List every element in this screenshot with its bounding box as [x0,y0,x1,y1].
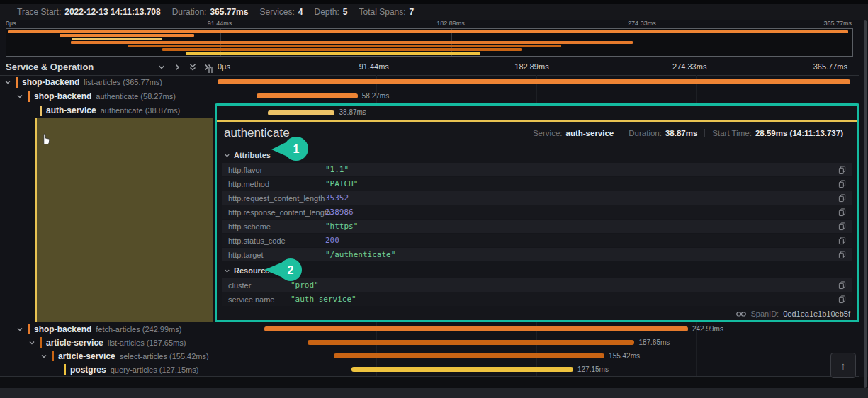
timeline-track: 187.65ms [216,336,854,349]
copy-icon[interactable] [838,237,846,245]
meta-value: 28.59ms (14:11:13.737) [755,129,843,137]
span-timeline-row[interactable]: 155.42ms [215,349,859,363]
stat-label: Trace Start: [17,7,61,17]
copy-icon[interactable] [838,295,846,304]
attribute-row[interactable]: http.response_content_length 238986 [222,205,852,219]
span-operation-label: list-articles (187.65ms) [108,339,186,347]
selected-span-highlight [35,118,213,322]
indent-guide [21,75,21,376]
minimap-span-bar[interactable] [162,48,522,51]
span-duration-label: 58.27ms [362,92,389,100]
minimap-span-bar[interactable] [60,34,194,37]
attribute-row[interactable]: http.flavor "1.1" [222,163,852,176]
span-duration-bar[interactable] [351,367,573,372]
attribute-row[interactable]: service.name "auth-service" [222,292,852,306]
span-timeline-row[interactable]: 127.15ms [215,363,859,376]
stat-value: 4 [298,7,303,17]
attribute-row[interactable]: http.method "PATCH" [222,177,852,191]
span-timeline-row[interactable]: 38.87ms [217,106,857,120]
attribute-key: http.method [228,180,325,188]
span-timeline-row[interactable]: 58.27ms [215,89,859,103]
column-resize-grip[interactable] [208,67,213,73]
annotation-callout-1: 1 [269,135,312,163]
chevron-down-icon[interactable] [28,339,35,346]
attribute-row[interactable]: cluster "prod" [222,278,852,292]
collapse-all-icon[interactable] [188,63,197,72]
span-timeline-row[interactable] [215,75,859,89]
chevron-down-icon[interactable] [16,326,23,333]
vertical-scrollbar[interactable] [864,20,867,388]
copy-icon[interactable] [838,180,846,188]
attribute-row[interactable]: http.request_content_length 35352 [222,191,852,205]
span-duration-label: 187.65ms [638,339,670,346]
trace-header-stat: Trace Start: 2022-12-13 14:11:13.708 [17,7,161,17]
span-service-name: shop-backend [22,77,79,87]
attribute-row[interactable]: http.scheme "https" [222,220,852,233]
expand-one-icon[interactable] [173,63,181,72]
time-tick-label: 182.89ms [436,20,465,27]
trace-viewer: Trace Start: 2022-12-13 14:11:13.708 Dur… [0,0,868,398]
stat-label: Total Spans: [359,7,406,17]
stat-label: Depth: [315,7,339,17]
copy-icon[interactable] [838,166,846,174]
minimap-ticks: 0μs91.44ms182.89ms274.33ms365.77ms [6,20,852,28]
minimap[interactable] [6,28,853,57]
span-timeline-row[interactable]: 242.99ms [215,322,859,336]
copy-icon[interactable] [838,222,846,231]
span-color-marker [28,324,30,334]
span-operation-label: fetch-articles (242.99ms) [96,325,181,334]
indent-guide [9,75,9,376]
detail-section: Attributes http.flavor "1.1" http.method… [222,149,852,261]
span-duration-bar[interactable] [218,79,851,84]
chevron-down-icon[interactable] [16,93,23,100]
section-header[interactable]: Resource [224,264,852,277]
attribute-key: http.scheme [228,222,325,231]
chevron-down-icon[interactable] [4,79,11,86]
stat-value: 2022-12-13 14:11:13.708 [64,7,160,17]
trace-header-stat: Services: 4 [259,7,303,17]
annotation-callout-2: 2 [262,257,305,284]
stat-value: 365.77ms [210,7,248,17]
span-duration-bar[interactable] [308,340,635,345]
minimap-span-bar[interactable] [128,45,562,47]
minimap-span-bar[interactable] [186,52,480,55]
time-tick-label: 365.77ms [823,20,852,27]
attribute-row[interactable]: http.status_code 200 [222,234,852,247]
detail-header: authenticate Service:auth-service Durati… [217,122,857,144]
meta-label: Duration: [629,129,662,137]
minimap-span-bar[interactable] [71,41,633,44]
span-duration-bar[interactable] [268,110,335,115]
time-tick-label: 365.77ms [813,62,847,71]
attribute-value: "1.1" [325,165,349,174]
svg-text:1: 1 [293,143,300,155]
trace-header-stat: Duration: 365.77ms [172,7,249,17]
span-timeline-row[interactable]: 187.65ms [215,336,859,349]
minimap-span-bar[interactable] [8,30,848,33]
copy-icon[interactable] [838,251,846,259]
bottom-strip [0,388,868,398]
attribute-value: "PATCH" [325,179,358,188]
span-duration-bar[interactable] [334,353,605,358]
span-color-marker [40,337,42,348]
copy-icon[interactable] [838,208,846,217]
attribute-key: service.name [228,295,291,304]
span-color-marker [64,364,66,375]
scroll-to-top-button[interactable]: ↑ [830,353,856,378]
timeline-track: 38.87ms [218,106,852,120]
copy-icon[interactable] [838,281,846,290]
spanid-label: SpanID: [750,309,779,318]
span-duration-bar[interactable] [257,93,358,98]
attribute-key: http.response_content_length [228,208,325,217]
span-duration-bar[interactable] [264,326,688,331]
chevron-down-icon[interactable] [40,353,47,360]
section-header[interactable]: Attributes [224,149,852,161]
up-arrow-icon: ↑ [840,360,846,372]
copy-icon[interactable] [838,194,846,203]
attribute-row[interactable]: http.target "/authenticate" [222,248,852,261]
span-service-name: postgres [70,365,106,375]
selected-span-bar-row: 38.87ms [217,106,857,120]
meta-label: Service: [533,129,563,137]
collapse-one-icon[interactable] [157,63,166,72]
timeline-track [216,75,854,89]
minimap-span-bar[interactable] [72,38,162,40]
